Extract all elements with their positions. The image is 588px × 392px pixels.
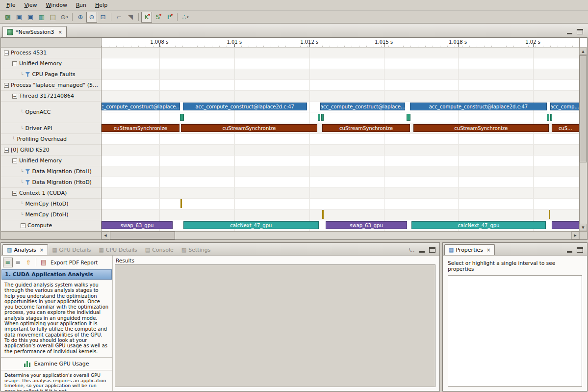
scroll-up-icon[interactable]: ▲ xyxy=(579,48,587,55)
timeline-tree-row-compute[interactable]: −Compute xyxy=(1,220,101,231)
menu-file[interactable]: File xyxy=(2,1,20,9)
timeline-tree-row-openacc[interactable]: └OpenACC xyxy=(1,102,101,123)
timeline-interval[interactable]: cuStreamSynchronize xyxy=(102,124,179,132)
process-toggle-icon[interactable]: P xyxy=(164,12,175,23)
menu-help[interactable]: Help xyxy=(91,1,112,9)
close-icon[interactable]: × xyxy=(486,247,490,253)
timeline-tree-row-cpu-page-faults[interactable]: └CPU Page Faults xyxy=(1,69,101,80)
horizontal-scroll-track[interactable] xyxy=(109,232,571,239)
timeline-interval[interactable]: swap_63_gpu xyxy=(102,221,173,229)
timeline-marker[interactable] xyxy=(547,114,549,121)
export-pdf-report-button[interactable]: Export PDF Report xyxy=(51,260,98,265)
maximize-icon[interactable] xyxy=(577,247,583,253)
save-all-icon[interactable]: ▣ xyxy=(25,12,36,23)
timeline-tree-row-data-migration-htod[interactable]: └Data Migration (HtoD) xyxy=(1,177,101,188)
collapse-icon[interactable]: − xyxy=(4,148,9,153)
collapse-icon[interactable]: − xyxy=(4,51,9,55)
timeline-tree-row-driver-api[interactable]: └Driver API xyxy=(1,123,101,134)
timeline-interval[interactable]: calcNext_47_gpu xyxy=(183,221,319,229)
timeline-tree-row-thread[interactable]: −Thread 3172140864 xyxy=(1,91,101,102)
timeline-interval[interactable]: cuStreamSynchronize xyxy=(413,124,549,132)
tab-properties[interactable]: ▦ Properties × xyxy=(444,244,495,255)
maximize-icon[interactable] xyxy=(429,247,435,253)
session-tab[interactable]: *NewSession3 × xyxy=(2,26,67,37)
kernel-toggle-icon[interactable]: K xyxy=(141,12,152,23)
tab-settings[interactable]: ▧Settings xyxy=(178,244,215,255)
collapse-icon[interactable]: − xyxy=(12,158,17,163)
new-session-icon[interactable]: ▩ xyxy=(2,12,13,23)
export-timeline-icon[interactable]: ▤ xyxy=(48,12,58,23)
examine-gpu-usage-button[interactable]: Examine GPU Usage xyxy=(1,357,112,370)
timeline-tree-row-data-migration-dtoh[interactable]: └Data Migration (DtoH) xyxy=(1,166,101,177)
marker-reset-icon[interactable]: ◥ xyxy=(125,12,136,23)
scroll-right-icon[interactable]: ▶ xyxy=(571,232,579,239)
menu-run[interactable]: Run xyxy=(72,1,91,9)
guided-analysis-icon[interactable]: ≡ xyxy=(3,258,13,267)
timeline-tree-row-grid-k520[interactable]: −[0] GRID K520 xyxy=(1,145,101,156)
timeline-tree-row-process-laplace[interactable]: −Process "laplace_managed" (538) xyxy=(1,80,101,91)
tab-analysis[interactable]: ▥Analysis× xyxy=(2,244,48,255)
timeline-interval[interactable]: acc_comp... xyxy=(550,103,579,110)
timeline-marker[interactable] xyxy=(549,210,550,219)
zoom-in-icon[interactable]: ⊕ xyxy=(75,12,86,23)
maximize-icon[interactable] xyxy=(577,29,583,34)
timeline-tree-row-profiling-overhead[interactable]: └Profiling Overhead xyxy=(1,134,101,145)
timeline-marker[interactable] xyxy=(322,210,323,219)
timeline-marker[interactable] xyxy=(180,199,181,208)
close-icon[interactable]: × xyxy=(40,247,44,253)
timeline-tree-row-context-1[interactable]: −Context 1 (CUDA) xyxy=(1,188,101,199)
timeline-marker[interactable] xyxy=(407,114,410,121)
timeline-marker[interactable] xyxy=(550,114,553,121)
menu-window[interactable]: Window xyxy=(42,1,72,9)
timeline-marker[interactable] xyxy=(180,114,184,121)
annotate-icon[interactable]: \.. xyxy=(409,248,415,253)
marker-start-icon[interactable]: ⌐ xyxy=(114,12,125,23)
export-pdf-icon[interactable]: ▤ xyxy=(39,258,49,267)
promote-results-icon[interactable]: ⇧ xyxy=(24,258,33,267)
timeline-interval[interactable]: cuStreamSynchronize xyxy=(181,124,318,132)
timeline-interval[interactable]: c_compute_construct@laplace... xyxy=(102,103,180,110)
timeline-marker[interactable] xyxy=(321,114,324,121)
minimize-icon[interactable] xyxy=(566,247,573,253)
save-session-icon[interactable]: ▣ xyxy=(14,12,25,23)
timeline-interval[interactable]: swap_63_gpu xyxy=(326,221,408,229)
horizontal-scrollbar[interactable]: ◀ ▶ xyxy=(1,231,587,239)
collapse-icon[interactable]: − xyxy=(12,191,17,196)
timeline-marker[interactable] xyxy=(552,221,579,229)
timeline-tree-row-process-4531[interactable]: −Process 4531 xyxy=(1,48,101,58)
timeline-tree-row-unified-memory-host[interactable]: −Unified Memory xyxy=(1,58,101,69)
collapse-icon[interactable]: − xyxy=(4,83,9,88)
timeline-interval[interactable]: acc_compute_construct@laplace... xyxy=(320,103,405,110)
timeline-tree-row-memcpy-dtoh[interactable]: └MemCpy (DtoH) xyxy=(1,209,101,220)
zoom-out-icon[interactable]: ⊖ xyxy=(86,12,97,23)
timeline-tree-row-memcpy-htod[interactable]: └MemCpy (HtoD) xyxy=(1,199,101,209)
minimize-icon[interactable] xyxy=(419,247,425,253)
dropdown-caret-icon[interactable]: ▾ xyxy=(187,15,189,19)
timeline-interval[interactable]: calcNext_47_gpu xyxy=(411,221,546,229)
horizontal-scroll-thumb[interactable] xyxy=(110,232,175,239)
menu-view[interactable]: View xyxy=(20,1,41,9)
unguided-analysis-icon[interactable]: ≡ xyxy=(13,258,23,267)
timeline-marker[interactable] xyxy=(318,114,320,121)
timeline-interval[interactable]: acc_compute_construct@laplace2d.c:47 xyxy=(183,103,307,110)
collapse-icon[interactable]: − xyxy=(12,94,17,99)
dropdown-caret-icon[interactable]: ▾ xyxy=(66,15,68,19)
scroll-left-icon[interactable]: ◀ xyxy=(102,232,109,239)
tab-gpu-details[interactable]: ▦GPU Details xyxy=(48,244,95,255)
scroll-down-icon[interactable]: ▼ xyxy=(579,224,587,231)
search-icon[interactable]: ⊙▾ xyxy=(59,12,70,23)
minimize-icon[interactable] xyxy=(566,29,573,34)
timeline-interval[interactable]: cuS... xyxy=(552,124,579,132)
chart-report-icon[interactable]: ▥ xyxy=(36,12,47,23)
timeline-interval[interactable]: cuStreamSynchronize xyxy=(322,124,410,132)
vertical-scroll-track[interactable]: ▲ ▼ xyxy=(580,48,587,231)
tab-console[interactable]: ▤Console xyxy=(141,244,178,255)
tab-cpu-details[interactable]: ▦CPU Details xyxy=(95,244,141,255)
vertical-scroll-thumb[interactable] xyxy=(580,55,587,162)
collapse-icon[interactable]: − xyxy=(12,61,17,66)
timeline-interval[interactable]: acc_compute_construct@laplace2d.c:47 xyxy=(410,103,547,110)
close-icon[interactable]: × xyxy=(58,29,62,35)
stream-toggle-icon[interactable]: S xyxy=(153,12,163,23)
vertical-scrollbar[interactable]: ▲ ▼ xyxy=(579,38,587,231)
analysis-mode-icon[interactable]: ∴▾ xyxy=(180,12,191,23)
